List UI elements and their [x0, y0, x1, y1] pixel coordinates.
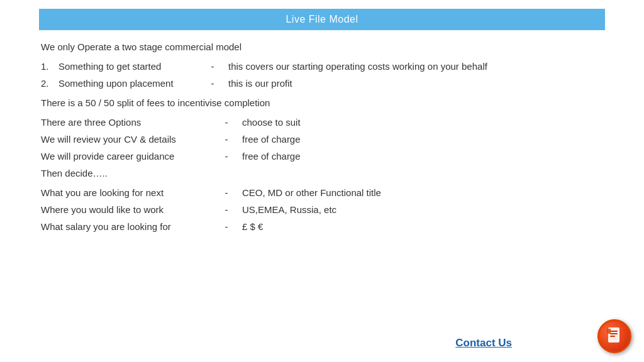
- document-icon: [606, 326, 623, 346]
- svg-rect-3: [610, 336, 615, 337]
- row-label: What salary you are looking for: [41, 221, 211, 232]
- row-label: Where you would like to work: [41, 204, 211, 215]
- row-label: There are three Options: [41, 117, 211, 128]
- item-num: 1.: [41, 61, 58, 72]
- row-dash: -: [211, 187, 242, 198]
- decision-row: What salary you are looking for - £ $ €: [41, 221, 603, 232]
- row-value: free of charge: [242, 151, 301, 162]
- row-label: We will review your CV & details: [41, 134, 211, 145]
- row-value: choose to suit: [242, 117, 301, 128]
- list-item: 1. Something to get started - this cover…: [41, 61, 603, 72]
- row-value: US,EMEA, Russia, etc: [242, 204, 336, 215]
- info-row: There are three Options - choose to suit: [41, 117, 603, 128]
- main-content: We only Operate a two stage commercial m…: [0, 30, 644, 232]
- item-dash: -: [197, 78, 228, 89]
- item-value: this is our profit: [228, 78, 292, 89]
- list-item: 2. Something upon placement - this is ou…: [41, 78, 603, 89]
- row-label: What you are looking for next: [41, 187, 211, 198]
- item-value: this covers our starting operating costs…: [228, 61, 487, 72]
- row-value: CEO, MD or other Functional title: [242, 187, 381, 198]
- row-value: £ $ €: [242, 221, 263, 232]
- intro-text: We only Operate a two stage commercial m…: [41, 41, 603, 52]
- contact-area[interactable]: Contact Us: [455, 337, 512, 349]
- item-label: Something to get started: [58, 61, 197, 72]
- row-dash: -: [211, 151, 242, 162]
- item-num: 2.: [41, 78, 58, 89]
- row-label: We will provide career guidance: [41, 151, 211, 162]
- decision-rows: What you are looking for next - CEO, MD …: [41, 187, 603, 232]
- decision-row: What you are looking for next - CEO, MD …: [41, 187, 603, 198]
- split-text: There is a 50 / 50 split of fees to ince…: [41, 97, 603, 108]
- svg-rect-1: [610, 331, 618, 332]
- info-row: We will review your CV & details - free …: [41, 134, 603, 145]
- item-dash: -: [197, 61, 228, 72]
- info-row: We will provide career guidance - free o…: [41, 151, 603, 162]
- contact-us-link[interactable]: Contact Us: [455, 337, 512, 349]
- then-decide-text: Then decide…..: [41, 168, 603, 178]
- svg-rect-4: [607, 329, 611, 334]
- svg-rect-2: [610, 333, 618, 334]
- row-dash: -: [211, 117, 242, 128]
- fab-button[interactable]: [597, 319, 631, 353]
- row-dash: -: [211, 221, 242, 232]
- row-dash: -: [211, 204, 242, 215]
- info-rows: There are three Options - choose to suit…: [41, 117, 603, 162]
- row-dash: -: [211, 134, 242, 145]
- decision-row: Where you would like to work - US,EMEA, …: [41, 204, 603, 215]
- header-bar: Live File Model: [39, 9, 605, 30]
- header-title: Live File Model: [286, 14, 358, 25]
- numbered-list: 1. Something to get started - this cover…: [41, 61, 603, 89]
- row-value: free of charge: [242, 134, 301, 145]
- item-label: Something upon placement: [58, 78, 197, 89]
